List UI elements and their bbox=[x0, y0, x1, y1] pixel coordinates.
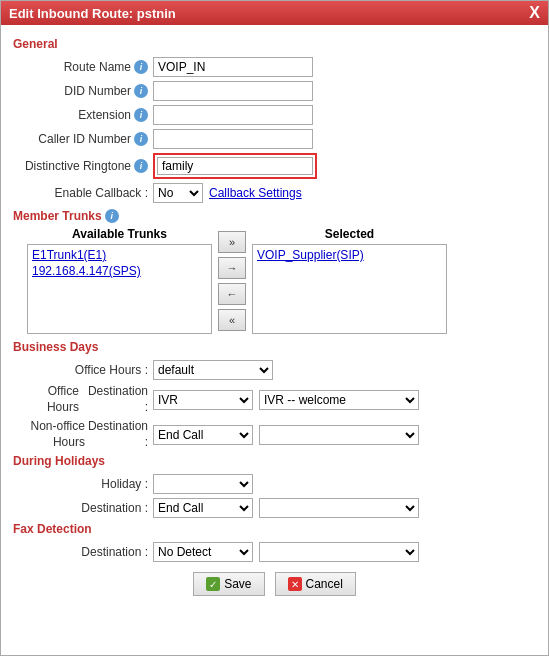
footer-buttons: ✓ Save ✕ Cancel bbox=[13, 572, 536, 606]
window-title: Edit Inbound Route: pstnin bbox=[9, 6, 176, 21]
fax-section: Fax Detection Destination : No Detect bbox=[13, 522, 536, 562]
fax-dest-row: Destination : No Detect bbox=[13, 542, 536, 562]
route-name-input[interactable] bbox=[153, 57, 313, 77]
caller-id-info-icon[interactable]: i bbox=[134, 132, 148, 146]
did-number-info-icon[interactable]: i bbox=[134, 84, 148, 98]
remove-one-button[interactable]: ← bbox=[218, 283, 246, 305]
business-days-title: Business Days bbox=[13, 340, 536, 354]
office-dest-select[interactable]: IVR End Call bbox=[153, 390, 253, 410]
selected-trunks-col: Selected VOIP_Supplier(SIP) bbox=[252, 227, 447, 334]
member-trunks-title: Member Trunks i bbox=[13, 209, 536, 223]
trunks-container: Available Trunks E1Trunk1(E1) 192.168.4.… bbox=[27, 227, 536, 334]
extension-info-icon[interactable]: i bbox=[134, 108, 148, 122]
cancel-label: Cancel bbox=[306, 577, 343, 591]
list-item[interactable]: E1Trunk1(E1) bbox=[30, 247, 209, 263]
did-number-row: DID Number i bbox=[13, 81, 536, 101]
office-dest-select2[interactable]: IVR -- welcome bbox=[259, 390, 419, 410]
caller-id-label: Caller ID Number i bbox=[13, 132, 153, 146]
extension-input[interactable] bbox=[153, 105, 313, 125]
office-hours-row: Office Hours : default bbox=[13, 360, 536, 380]
main-window: Edit Inbound Route: pstnin X General Rou… bbox=[0, 0, 549, 656]
ringtone-row: Distinctive Ringtone i bbox=[13, 153, 536, 179]
list-item[interactable]: 192.168.4.147(SPS) bbox=[30, 263, 209, 279]
office-dest-label: Office Hours Destination : bbox=[13, 384, 153, 415]
member-trunks-section: Member Trunks i Available Trunks E1Trunk… bbox=[13, 209, 536, 334]
ringtone-input[interactable] bbox=[157, 157, 313, 175]
holidays-title: During Holidays bbox=[13, 454, 536, 468]
save-icon: ✓ bbox=[206, 577, 220, 591]
trunk-arrows: » → ← « bbox=[218, 231, 246, 331]
fax-dest-select[interactable]: No Detect bbox=[153, 542, 253, 562]
content-area: General Route Name i DID Number i Extens… bbox=[1, 25, 548, 614]
route-name-row: Route Name i bbox=[13, 57, 536, 77]
close-button[interactable]: X bbox=[529, 5, 540, 21]
title-bar: Edit Inbound Route: pstnin X bbox=[1, 1, 548, 25]
callback-row: Enable Callback : No Yes Callback Settin… bbox=[13, 183, 536, 203]
callback-select[interactable]: No Yes bbox=[153, 183, 203, 203]
member-trunks-info-icon[interactable]: i bbox=[105, 209, 119, 223]
holiday-dest-label: Destination : bbox=[13, 501, 153, 515]
holiday-dest-row: Destination : End Call IVR bbox=[13, 498, 536, 518]
caller-id-input[interactable] bbox=[153, 129, 313, 149]
office-hours-label: Office Hours : bbox=[13, 363, 153, 377]
save-button[interactable]: ✓ Save bbox=[193, 572, 264, 596]
holiday-label: Holiday : bbox=[13, 477, 153, 491]
selected-trunks-list[interactable]: VOIP_Supplier(SIP) bbox=[252, 244, 447, 334]
ringtone-box bbox=[153, 153, 317, 179]
extension-row: Extension i bbox=[13, 105, 536, 125]
did-number-label: DID Number i bbox=[13, 84, 153, 98]
available-trunks-header: Available Trunks bbox=[27, 227, 212, 241]
office-hours-select[interactable]: default bbox=[153, 360, 273, 380]
fax-title: Fax Detection bbox=[13, 522, 536, 536]
cancel-icon: ✕ bbox=[288, 577, 302, 591]
holiday-row: Holiday : bbox=[13, 474, 536, 494]
general-section-title: General bbox=[13, 37, 536, 51]
holiday-select[interactable] bbox=[153, 474, 253, 494]
business-days-section: Business Days Office Hours : default Off… bbox=[13, 340, 536, 450]
holiday-dest-select[interactable]: End Call IVR bbox=[153, 498, 253, 518]
add-all-button[interactable]: » bbox=[218, 231, 246, 253]
did-number-input[interactable] bbox=[153, 81, 313, 101]
non-office-dest-select[interactable]: End Call IVR bbox=[153, 425, 253, 445]
remove-all-button[interactable]: « bbox=[218, 309, 246, 331]
list-item[interactable]: VOIP_Supplier(SIP) bbox=[255, 247, 444, 263]
non-office-dest-select2[interactable] bbox=[259, 425, 419, 445]
add-one-button[interactable]: → bbox=[218, 257, 246, 279]
caller-id-row: Caller ID Number i bbox=[13, 129, 536, 149]
fax-dest-select2[interactable] bbox=[259, 542, 419, 562]
holiday-dest-select2[interactable] bbox=[259, 498, 419, 518]
route-name-label: Route Name i bbox=[13, 60, 153, 74]
callback-label: Enable Callback : bbox=[13, 186, 153, 200]
route-name-info-icon[interactable]: i bbox=[134, 60, 148, 74]
cancel-button[interactable]: ✕ Cancel bbox=[275, 572, 356, 596]
available-trunks-list[interactable]: E1Trunk1(E1) 192.168.4.147(SPS) bbox=[27, 244, 212, 334]
extension-label: Extension i bbox=[13, 108, 153, 122]
available-trunks-col: Available Trunks E1Trunk1(E1) 192.168.4.… bbox=[27, 227, 212, 334]
office-dest-row: Office Hours Destination : IVR End Call … bbox=[13, 384, 536, 415]
non-office-dest-row: Non-office Hours Destination : End Call … bbox=[13, 419, 536, 450]
save-label: Save bbox=[224, 577, 251, 591]
selected-trunks-header: Selected bbox=[252, 227, 447, 241]
non-office-dest-label: Non-office Hours Destination : bbox=[13, 419, 153, 450]
holidays-section: During Holidays Holiday : Destination : … bbox=[13, 454, 536, 518]
ringtone-label: Distinctive Ringtone i bbox=[13, 159, 153, 173]
ringtone-info-icon[interactable]: i bbox=[134, 159, 148, 173]
callback-settings-link[interactable]: Callback Settings bbox=[209, 186, 302, 200]
fax-dest-label: Destination : bbox=[13, 545, 153, 559]
